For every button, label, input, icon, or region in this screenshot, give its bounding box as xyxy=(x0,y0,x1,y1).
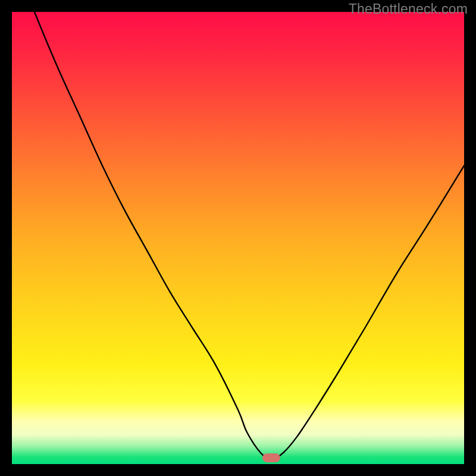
optimum-marker xyxy=(262,453,280,462)
bottleneck-curve xyxy=(12,12,464,464)
chart-frame: TheBottleneck.com xyxy=(0,0,476,476)
plot-area xyxy=(12,12,464,464)
watermark-text: TheBottleneck.com xyxy=(349,1,468,17)
